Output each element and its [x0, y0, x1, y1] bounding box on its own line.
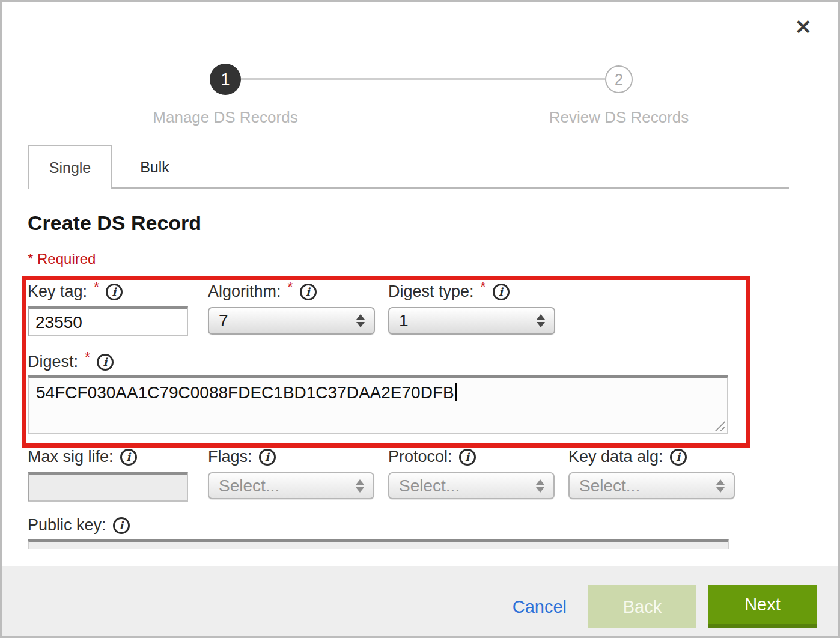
info-icon[interactable]: i [97, 354, 114, 371]
info-icon[interactable]: i [106, 284, 123, 300]
key-tag-label: Key tag: * i [28, 282, 123, 301]
flags-label: Flags: i [208, 448, 276, 466]
stepper-step-1-label: Manage DS Records [141, 108, 309, 127]
stepper-connector-line [241, 78, 605, 80]
protocol-select-value: Select... [399, 476, 460, 496]
back-button[interactable]: Back [588, 585, 696, 628]
tab-single[interactable]: Single [28, 145, 112, 189]
key-data-alg-select[interactable]: Select... [568, 472, 735, 499]
info-icon[interactable]: i [670, 449, 687, 466]
digest-value: 54FCF030AA1C79C0088FDEC1BD1C37DAA2E70DFB [36, 383, 454, 402]
select-arrows-icon [356, 314, 365, 327]
info-icon[interactable]: i [459, 449, 476, 466]
max-sig-life-label: Max sig life: i [28, 448, 137, 466]
flags-select-value: Select... [219, 476, 279, 496]
stepper-step-1-circle: 1 [210, 64, 241, 95]
footer: Cancel Back Next [2, 566, 838, 638]
algorithm-select-value: 7 [219, 311, 228, 330]
algorithm-label: Algorithm: * i [208, 282, 317, 301]
public-key-label-text: Public key: [28, 516, 106, 535]
stepper-step-2-circle: 2 [605, 65, 633, 93]
stepper-step-2-label: Review DS Records [535, 108, 703, 127]
select-arrows-icon [356, 479, 364, 493]
max-sig-life-input[interactable] [28, 472, 188, 502]
digest-type-select-value: 1 [399, 311, 409, 330]
digest-type-select[interactable]: 1 [388, 307, 555, 335]
next-button[interactable]: Next [708, 585, 817, 628]
required-asterisk: * [481, 279, 486, 296]
select-arrows-icon [716, 479, 725, 493]
tab-bar-divider [112, 187, 789, 189]
stepper-step-2-number: 2 [615, 71, 623, 88]
public-key-label: Public key: i [28, 516, 130, 535]
flags-select[interactable]: Select... [208, 472, 374, 499]
cancel-button[interactable]: Cancel [513, 597, 567, 617]
required-asterisk: * [288, 279, 293, 296]
key-data-alg-label: Key data alg: i [568, 448, 687, 466]
protocol-label-text: Protocol: [388, 448, 452, 466]
required-asterisk: * [85, 350, 90, 366]
page-title: Create DS Record [28, 211, 201, 235]
key-tag-label-text: Key tag: [28, 282, 87, 301]
info-icon[interactable]: i [493, 284, 510, 300]
key-tag-input[interactable] [28, 306, 188, 336]
required-asterisk: * [94, 279, 99, 296]
required-note: * Required [28, 251, 96, 267]
info-icon[interactable]: i [113, 517, 130, 534]
max-sig-life-label-text: Max sig life: [28, 448, 114, 466]
create-ds-record-modal: ✕ 1 2 Manage DS Records Review DS Record… [0, 0, 840, 638]
select-arrows-icon [536, 479, 544, 493]
digest-textarea[interactable]: 54FCF030AA1C79C0088FDEC1BD1C37DAA2E70DFB [28, 375, 728, 434]
info-icon[interactable]: i [259, 449, 276, 466]
protocol-select[interactable]: Select... [388, 472, 555, 499]
info-icon[interactable]: i [300, 284, 317, 300]
info-icon[interactable]: i [120, 449, 137, 466]
flags-label-text: Flags: [208, 448, 252, 466]
algorithm-label-text: Algorithm: [208, 282, 281, 301]
protocol-label: Protocol: i [388, 448, 476, 466]
tab-bulk[interactable]: Bulk [112, 146, 197, 188]
public-key-textarea[interactable] [28, 539, 729, 549]
select-arrows-icon [537, 314, 545, 327]
resize-grip-icon[interactable] [715, 421, 725, 431]
key-data-alg-select-value: Select... [579, 476, 640, 496]
key-data-alg-label-text: Key data alg: [568, 448, 663, 466]
digest-label: Digest: * i [28, 353, 114, 371]
digest-type-label-text: Digest type: [388, 282, 474, 301]
close-icon[interactable]: ✕ [795, 17, 812, 37]
digest-type-label: Digest type: * i [388, 282, 510, 301]
algorithm-select[interactable]: 7 [208, 307, 375, 335]
stepper-step-1-number: 1 [221, 70, 230, 89]
digest-label-text: Digest: [28, 353, 78, 371]
text-caret [455, 383, 457, 401]
